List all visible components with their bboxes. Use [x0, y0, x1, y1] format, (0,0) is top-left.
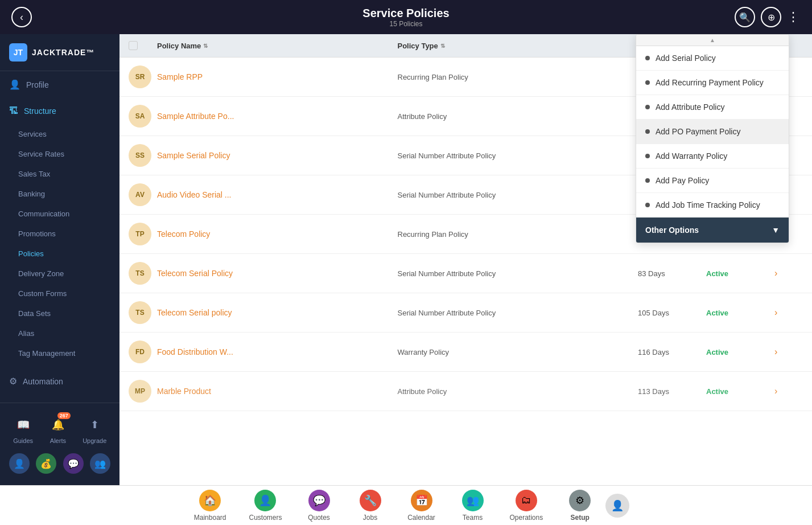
nav-jobs[interactable]: 🔧 Jobs: [345, 485, 396, 526]
policy-name-link[interactable]: Sample Attribute Po...: [157, 112, 398, 121]
row-action-button[interactable]: ›: [774, 386, 803, 396]
main-layout: JT JACKTRADE™ 👤 Profile 🏗 Structure Serv…: [0, 34, 812, 485]
sidebar-item-service-rates[interactable]: Service Rates: [0, 144, 119, 164]
other-options-button[interactable]: Other Options ▼: [636, 218, 789, 243]
search-icon[interactable]: 🔍: [735, 7, 755, 27]
status-badge: Active: [706, 387, 774, 396]
nav-setup[interactable]: ⚙ Setup: [554, 485, 605, 526]
alerts-button[interactable]: 🔔 267 Alerts: [48, 415, 68, 444]
sidebar-item-promotions[interactable]: Promotions: [0, 224, 119, 244]
nav-customers[interactable]: 👤 Customers: [237, 485, 293, 526]
sidebar-item-banking[interactable]: Banking: [0, 184, 119, 204]
policy-type: Serial Number Attribute Policy: [398, 269, 638, 278]
dot-icon: [645, 154, 650, 158]
user-avatar[interactable]: 👤: [605, 494, 629, 518]
sidebar-item-policies[interactable]: Policies: [0, 244, 119, 264]
back-button[interactable]: ‹: [11, 7, 32, 27]
policy-name-link[interactable]: Telecom Serial policy: [157, 308, 398, 317]
add-warranty-policy-item[interactable]: Add Warranty Policy: [636, 144, 789, 169]
status-badge: Active: [706, 309, 774, 317]
policy-name-link[interactable]: Marble Product: [157, 387, 398, 396]
logo-icon: JT: [9, 43, 27, 61]
dot-icon: [645, 105, 650, 109]
sidebar-item-delivery-zone[interactable]: Delivery Zone: [0, 264, 119, 284]
upgrade-icon: ⬆: [84, 415, 105, 435]
row-action-button[interactable]: ›: [774, 307, 803, 318]
policy-name-col-header[interactable]: Policy Name ⇅: [157, 42, 398, 50]
nav-teams[interactable]: 👥 Teams: [447, 485, 498, 526]
avatar: SS: [129, 144, 151, 167]
add-job-time-policy-item[interactable]: Add Job Time Tracking Policy: [636, 193, 789, 218]
add-po-policy-item[interactable]: Add PO Payment Policy: [636, 120, 789, 144]
billing-icon[interactable]: 💰: [36, 453, 56, 474]
sidebar-item-sales-tax[interactable]: Sales Tax: [0, 164, 119, 184]
policy-type: Recurring Plan Policy: [398, 73, 638, 81]
content-area: Policy Name ⇅ Policy Type ⇅ Age ⇅ SR Sam…: [119, 34, 812, 485]
policy-type: Attribute Policy: [398, 387, 638, 396]
avatar: SR: [129, 65, 151, 88]
avatar: AV: [129, 183, 151, 206]
sidebar-item-automation[interactable]: ⚙ Automation: [0, 368, 119, 395]
page-subtitle: 15 Policies: [362, 20, 449, 28]
quotes-icon: 💬: [308, 490, 330, 511]
nav-setup-label: Setup: [571, 514, 590, 522]
select-all-checkbox[interactable]: [129, 41, 138, 50]
upgrade-button[interactable]: ⬆ Upgrade: [83, 415, 106, 444]
sidebar-item-tag-management[interactable]: Tag Management: [0, 343, 119, 363]
team-icon[interactable]: 👥: [90, 453, 110, 474]
sidebar-item-profile[interactable]: 👤 Profile: [0, 71, 119, 98]
policy-name-link[interactable]: Food Distribution W...: [157, 347, 398, 356]
policy-name-sort-icon: ⇅: [203, 43, 208, 49]
policy-type: Attribute Policy: [398, 112, 638, 121]
user-profile-icon[interactable]: 👤: [9, 453, 30, 474]
table-row: FD Food Distribution W... Warranty Polic…: [119, 333, 812, 372]
avatar: MP: [129, 380, 151, 403]
policy-type-col-header[interactable]: Policy Type ⇅: [398, 42, 638, 50]
policy-name-link[interactable]: Audio Video Serial ...: [157, 190, 398, 199]
add-attribute-policy-item[interactable]: Add Attribute Policy: [636, 95, 789, 120]
nav-calendar[interactable]: 📅 Calendar: [396, 485, 447, 526]
nav-mainboard[interactable]: 🏠 Mainboard: [183, 485, 238, 526]
dot-icon: [645, 80, 650, 85]
filter-icon[interactable]: ⊕: [761, 7, 781, 27]
sidebar-item-services[interactable]: Services: [0, 124, 119, 144]
nav-customers-label: Customers: [249, 514, 282, 522]
chat-icon[interactable]: 💬: [63, 453, 84, 474]
policy-name-link[interactable]: Telecom Policy: [157, 229, 398, 239]
operations-icon: 🗂: [516, 490, 537, 511]
dropdown-footer-label: Other Options: [645, 225, 699, 235]
policy-type: Serial Number Attribute Policy: [398, 191, 638, 199]
policy-name-link[interactable]: Telecom Serial Policy: [157, 269, 398, 278]
sidebar-item-label: Structure: [24, 106, 56, 116]
dot-icon: [645, 129, 650, 134]
dot-icon: [645, 56, 650, 60]
policy-name-link[interactable]: Sample RPP: [157, 72, 398, 81]
logo-text: JACKTRADE™: [32, 48, 94, 57]
sidebar-item-alias[interactable]: Alias: [0, 323, 119, 343]
nav-quotes-label: Quotes: [308, 514, 330, 522]
more-options-button[interactable]: ⋮: [787, 10, 801, 24]
sidebar: JT JACKTRADE™ 👤 Profile 🏗 Structure Serv…: [0, 34, 119, 485]
add-recurring-policy-item[interactable]: Add Recurring Payment Policy: [636, 71, 789, 95]
sidebar-item-data-sets[interactable]: Data Sets: [0, 303, 119, 323]
policy-type-sort-icon: ⇅: [440, 43, 445, 49]
dot-icon: [645, 203, 650, 207]
dropdown-item-label: Add Serial Policy: [656, 54, 716, 63]
avatar: TS: [129, 262, 151, 285]
sidebar-item-custom-forms[interactable]: Custom Forms: [0, 284, 119, 303]
add-serial-policy-item[interactable]: Add Serial Policy: [636, 46, 789, 71]
sidebar-item-structure[interactable]: 🏗 Structure: [0, 98, 119, 124]
row-action-button[interactable]: ›: [774, 268, 803, 278]
policy-age: 83 Days: [638, 269, 706, 278]
sidebar-item-communication[interactable]: Communication: [0, 204, 119, 224]
guides-button[interactable]: 📖 Guides: [13, 415, 34, 444]
row-action-button[interactable]: ›: [774, 347, 803, 357]
header-actions: 🔍 ⊕ ⋮: [735, 7, 801, 27]
nav-quotes[interactable]: 💬 Quotes: [294, 485, 345, 526]
dropdown-item-label: Add Job Time Tracking Policy: [656, 200, 760, 210]
nav-operations[interactable]: 🗂 Operations: [498, 485, 555, 526]
dropdown-item-label: Add Warranty Policy: [656, 151, 727, 161]
dropdown-item-label: Add Attribute Policy: [656, 102, 724, 112]
add-pay-policy-item[interactable]: Add Pay Policy: [636, 169, 789, 193]
policy-name-link[interactable]: Sample Serial Policy: [157, 151, 398, 160]
